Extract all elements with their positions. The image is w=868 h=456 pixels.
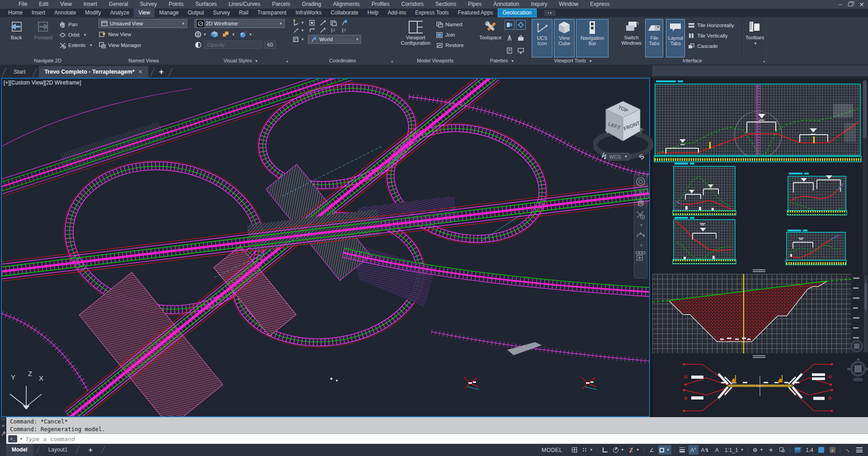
splitter-handle[interactable] — [753, 269, 765, 272]
polar-tracking-toggle[interactable]: ▼ — [612, 445, 626, 455]
annotation-scale-value[interactable]: 1:1_1▼ — [723, 445, 745, 455]
ucs-selector-dropdown[interactable]: World ▼ — [308, 35, 361, 44]
section-view-2[interactable] — [787, 173, 847, 215]
tab-geolocation[interactable]: Geolocation — [498, 9, 537, 17]
viewport-configuration-button[interactable]: Viewport Configuration — [398, 19, 433, 57]
close-command-icon[interactable]: ✕ — [1, 423, 5, 428]
isometric-drafting-toggle[interactable]: ▼ — [627, 445, 641, 455]
section-and-profile-pane[interactable]: + — [652, 78, 868, 417]
menu-insert[interactable]: Insert — [78, 0, 103, 9]
visual-style-dropdown[interactable]: 2D Wireframe ▼ — [194, 19, 285, 28]
toolspace-button[interactable]: Toolspace — [478, 19, 502, 57]
menu-annotation[interactable]: Annotation — [487, 0, 525, 9]
cascade-button[interactable]: Cascade — [688, 42, 734, 51]
section-view-4[interactable] — [786, 230, 846, 265]
crosshair-button[interactable]: + — [766, 445, 776, 455]
culling-button[interactable]: ▼ — [222, 31, 235, 38]
file-tab-drawing[interactable]: Trevo Completo - Terraplenagem* ✕ — [39, 66, 148, 78]
menu-parcels[interactable]: Parcels — [266, 0, 296, 9]
command-history[interactable]: Command: *Cancel* Command: Regenerating … — [6, 417, 868, 434]
ucs-prev2-button[interactable] — [309, 27, 315, 33]
chevron-down-icon[interactable]: ▼ — [640, 244, 643, 248]
right-pane-scrollbar[interactable] — [863, 80, 867, 276]
orbit-button[interactable]: Orbit▼ — [59, 30, 93, 39]
panel-label-navigate[interactable]: Navigate 2D — [0, 57, 95, 65]
graphics-performance-badge[interactable]: ▲ — [827, 445, 837, 455]
view-cube-toggle-button[interactable]: View Cube — [554, 19, 575, 57]
menu-inquiry[interactable]: Inquiry — [525, 0, 553, 9]
opacity-slider[interactable]: Opacity — [204, 41, 262, 49]
named-viewports-button[interactable]: Named — [436, 20, 463, 29]
annotation-monitor-badge[interactable]: ✓ — [816, 445, 826, 455]
navigation-wheel-icon[interactable] — [636, 177, 646, 187]
survey-tools-button[interactable] — [505, 33, 514, 43]
ribbon-collapse-control[interactable]: ▪ ▾ — [544, 10, 556, 16]
menu-lines-curves[interactable]: Lines/Curves — [223, 0, 266, 9]
tab-express-tools[interactable]: Express Tools — [410, 9, 453, 17]
panel-label-coordinates[interactable]: Coordinates — [290, 57, 395, 65]
ucs-origin-button[interactable] — [320, 19, 326, 26]
properties-palette-button[interactable] — [505, 46, 514, 56]
viewport-controls-label[interactable]: [+][Custom View][2D Wireframe] — [4, 80, 81, 86]
restore-icon[interactable] — [848, 2, 853, 6]
splitter-handle[interactable] — [753, 355, 765, 358]
restore-viewports-button[interactable]: Restore — [436, 41, 463, 50]
new-layout-button[interactable]: + — [83, 444, 98, 456]
pan-button[interactable]: Pan — [59, 20, 93, 29]
panel-label-named-views[interactable]: Named Views — [96, 57, 191, 65]
navigation-bar[interactable]: ▼ ▼ ▼ — [634, 174, 647, 278]
zoom-tool-icon[interactable] — [636, 211, 645, 220]
orbit-tool-icon[interactable] — [636, 231, 645, 240]
ucs-world-button[interactable] — [341, 19, 348, 26]
snap-toggle[interactable]: ▼ — [581, 445, 594, 455]
view-manager-button[interactable]: View Manager — [99, 41, 189, 50]
ucs-view-button[interactable] — [330, 19, 337, 26]
toolbox-palette-button[interactable] — [516, 33, 526, 43]
chevron-down-icon[interactable]: ▼ — [640, 190, 643, 194]
section-view-1[interactable] — [673, 163, 736, 215]
annotation-visibility-toggle[interactable]: A° — [689, 445, 698, 455]
panel-label-viewport-tools[interactable]: Viewport Tools ▼ — [529, 57, 617, 65]
tab-collaborate[interactable]: Collaborate — [326, 9, 363, 17]
grid-toggle[interactable] — [570, 445, 580, 455]
tab-home[interactable]: Home — [4, 9, 27, 17]
join-viewports-button[interactable]: Join — [436, 30, 463, 39]
tab-rail[interactable]: Rail — [235, 9, 253, 17]
tab-annotate[interactable]: Annotate — [50, 9, 80, 17]
assembly-view[interactable]: NWES — [683, 358, 868, 412]
switch-windows-button[interactable]: Switch Windows — [620, 19, 642, 57]
level-of-detail-icon[interactable] — [793, 445, 803, 455]
ucs-3point-button[interactable]: 3 — [341, 27, 348, 33]
extents-button[interactable]: Extents▼ — [59, 41, 93, 50]
panel-label-visual-styles[interactable]: Visual Styles ▼ — [192, 57, 290, 65]
ucs-tool-button[interactable]: ▼ — [293, 19, 304, 26]
tab-infraworks[interactable]: InfraWorks — [291, 9, 326, 17]
layout-tabs-toggle-button[interactable]: Layout Tabs — [666, 19, 685, 57]
wcs-selector[interactable]: WCS▼ — [606, 153, 631, 160]
monitor-palette-button[interactable] — [516, 46, 526, 56]
layout1-tab[interactable]: Layout1 — [43, 444, 73, 456]
menu-profiles[interactable]: Profiles — [366, 0, 396, 9]
ucs-obj-button[interactable] — [320, 27, 326, 33]
ucs-icon-toggle-button[interactable]: UCS Icon — [532, 19, 552, 57]
tab-insert[interactable]: Insert — [27, 9, 50, 17]
section-view-3[interactable] — [673, 217, 736, 264]
menu-pipes[interactable]: Pipes — [462, 0, 487, 9]
tab-add-ins[interactable]: Add-ins — [383, 9, 410, 17]
lineweight-toggle[interactable] — [677, 445, 687, 455]
close-icon[interactable]: ✕ — [859, 1, 864, 8]
object-snap-tracking-toggle[interactable]: ∠ — [647, 445, 657, 455]
tab-survey[interactable]: Survey — [208, 9, 234, 17]
isolate-objects-button[interactable] — [777, 445, 787, 455]
model-space-viewport[interactable]: [+][Custom View][2D Wireframe] N E W S T… — [1, 78, 650, 417]
customize-wrench-icon[interactable] — [1, 431, 5, 437]
menu-surfaces[interactable]: Surfaces — [189, 0, 222, 9]
tile-vertically-button[interactable]: Tile Vertically — [688, 31, 734, 40]
menu-express[interactable]: Express — [584, 0, 615, 9]
new-view-button[interactable]: New View — [99, 30, 189, 39]
command-input[interactable]: >_ ▼ Type a command — [6, 434, 868, 444]
menu-view[interactable]: View — [54, 0, 78, 9]
chevron-down-icon[interactable]: ▼ — [640, 223, 643, 227]
menu-survey[interactable]: Survey — [134, 0, 163, 9]
section-editor-view[interactable] — [652, 274, 868, 353]
